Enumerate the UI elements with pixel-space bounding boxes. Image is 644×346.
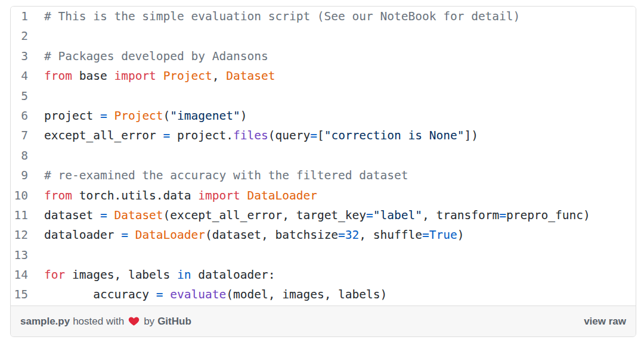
code-text: from torch.utils.data import DataLoader — [44, 186, 317, 205]
line-number: 7 — [11, 126, 28, 145]
file-name-link[interactable]: sample.py — [20, 316, 70, 328]
code-token: = — [163, 129, 171, 142]
code-token — [156, 69, 163, 83]
code-token: base — [72, 69, 114, 83]
code-token: (except_all_error, target_key — [163, 208, 366, 222]
code-token — [128, 228, 135, 242]
code-text: dataloader = DataLoader(dataset, batchsi… — [44, 225, 464, 245]
line-number: 14 — [11, 265, 28, 285]
code-token: = — [366, 208, 373, 222]
code-token: "label" — [373, 208, 422, 222]
code-line: 14for images, labels in dataloader: — [11, 265, 636, 285]
code-line: 5 — [11, 86, 636, 106]
code-token: except_all_error — [44, 129, 163, 142]
code-token: DataLoader — [135, 228, 205, 242]
code-line: 13 — [11, 245, 636, 265]
view-raw-link[interactable]: view raw — [584, 316, 626, 328]
code-token: = — [310, 129, 317, 142]
code-token — [240, 189, 247, 202]
code-token: ) — [457, 228, 465, 242]
code-token: for — [44, 268, 65, 282]
code-line: 9# re-examined the accuracy with the fil… — [11, 166, 636, 185]
code-line: 8 — [11, 146, 636, 166]
line-number: 10 — [11, 186, 28, 205]
code-token: evaluate — [170, 288, 226, 301]
code-token: (model, images, labels) — [226, 288, 387, 301]
code-token: = — [100, 208, 107, 222]
code-token: 32 — [345, 228, 359, 242]
code-token: dataset — [44, 208, 100, 222]
code-token: Dataset — [114, 208, 163, 222]
code-token: prepro_func) — [506, 208, 590, 222]
code-token: = — [499, 208, 506, 222]
code-token: files — [233, 129, 268, 142]
line-number: 12 — [11, 225, 28, 245]
hosted-with-text: hosted with — [73, 316, 124, 328]
code-text: # re-examined the accuracy with the filt… — [44, 166, 408, 185]
code-line: 1# This is the simple evaluation script … — [11, 7, 636, 26]
code-area: 1# This is the simple evaluation script … — [11, 7, 636, 306]
code-token: = — [338, 228, 345, 242]
code-token: [ — [317, 129, 324, 142]
code-text: # Packages developed by Adansons — [44, 46, 268, 66]
code-line: 11dataset = Dataset(except_all_error, ta… — [11, 205, 636, 225]
code-line: 7except_all_error = project.files(query=… — [11, 126, 636, 145]
gist-embed: 1# This is the simple evaluation script … — [10, 6, 636, 337]
code-line: 4from base import Project, Dataset — [11, 66, 636, 86]
code-token: "correction is None" — [324, 129, 465, 142]
code-line: 3# Packages developed by Adansons — [11, 46, 636, 66]
code-token: (dataset, batchsize — [205, 228, 338, 242]
code-line: 6project = Project("imagenet") — [11, 106, 636, 126]
code-token: (query — [268, 129, 310, 142]
code-token: dataloader: — [191, 268, 275, 282]
code-token: , — [212, 69, 226, 83]
code-line: 15 accuracy = evaluate(model, images, la… — [11, 285, 636, 304]
code-token: in — [177, 268, 191, 282]
code-token: = — [121, 228, 128, 242]
line-number: 4 — [11, 66, 28, 86]
line-number: 5 — [11, 86, 28, 106]
code-token: accuracy — [44, 288, 156, 301]
code-token: ) — [240, 109, 247, 123]
code-token: ]) — [464, 129, 478, 142]
heart-icon — [128, 316, 140, 327]
code-text: from base import Project, Dataset — [44, 66, 275, 86]
code-line: 10from torch.utils.data import DataLoade… — [11, 186, 636, 205]
code-token: dataloader — [44, 228, 121, 242]
line-number: 8 — [11, 146, 28, 166]
code-token: from — [44, 69, 72, 83]
line-number: 2 — [11, 26, 28, 46]
code-token: True — [429, 228, 457, 242]
code-text: # This is the simple evaluation script (… — [44, 7, 520, 26]
code-token — [107, 208, 114, 222]
line-number: 1 — [11, 7, 28, 26]
code-token — [107, 109, 114, 123]
code-token: Project — [163, 69, 212, 83]
code-token: torch.utils.data — [72, 189, 198, 202]
line-number: 6 — [11, 106, 28, 126]
code-token: project — [44, 109, 100, 123]
code-text: except_all_error = project.files(query=[… — [44, 126, 478, 145]
code-token — [163, 288, 171, 301]
line-number: 11 — [11, 205, 28, 225]
code-token: import — [114, 69, 156, 83]
code-text: project = Project("imagenet") — [44, 106, 247, 126]
code-token: "imagenet" — [170, 109, 240, 123]
code-token: DataLoader — [247, 189, 317, 202]
line-number: 15 — [11, 285, 28, 304]
footer-attribution: sample.py hosted with by GitHub — [20, 316, 191, 328]
code-token: images, labels — [65, 268, 177, 282]
code-token: , shuffle — [359, 228, 422, 242]
by-text: by — [144, 316, 154, 328]
code-text: dataset = Dataset(except_all_error, targ… — [44, 205, 590, 225]
code-token: = — [422, 228, 429, 242]
github-link[interactable]: GitHub — [157, 316, 191, 328]
code-token: Dataset — [226, 69, 275, 83]
code-line: 12dataloader = DataLoader(dataset, batch… — [11, 225, 636, 245]
code-token: = — [100, 109, 107, 123]
line-number: 13 — [11, 245, 28, 265]
line-number: 3 — [11, 46, 28, 66]
code-text: for images, labels in dataloader: — [44, 265, 275, 285]
code-token: project. — [170, 129, 233, 142]
code-token: import — [198, 189, 240, 202]
